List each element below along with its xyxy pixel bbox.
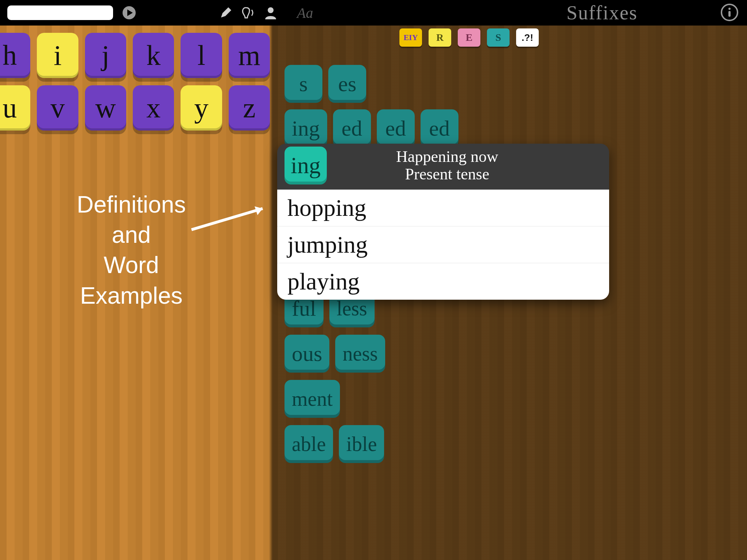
letter-key-w[interactable]: w bbox=[85, 85, 126, 131]
popover-title: Happening now Present tense bbox=[336, 148, 602, 183]
letter-key-k[interactable]: k bbox=[133, 33, 174, 78]
suffix-tile-able[interactable]: able bbox=[285, 425, 333, 463]
letter-key-m[interactable]: m bbox=[229, 33, 270, 78]
chip-r[interactable]: R bbox=[429, 28, 451, 47]
info-icon[interactable] bbox=[721, 4, 738, 21]
play-circle-icon[interactable] bbox=[122, 5, 136, 20]
example-word[interactable]: playing bbox=[277, 263, 609, 300]
letter-key-y[interactable]: y bbox=[181, 85, 222, 131]
annotation-line: Examples bbox=[55, 281, 208, 311]
suffix-tile-ed[interactable]: ed bbox=[421, 109, 458, 147]
ear-sound-icon[interactable] bbox=[241, 5, 255, 20]
example-word[interactable]: jumping bbox=[277, 226, 609, 263]
suffix-tile-ed[interactable]: ed bbox=[333, 109, 371, 147]
annotation-line: and bbox=[55, 220, 208, 250]
popover-line1: Happening now bbox=[336, 148, 558, 166]
annotation-arrow-icon bbox=[190, 204, 274, 233]
svg-point-2 bbox=[268, 7, 274, 13]
suffix-tile-ous[interactable]: ous bbox=[285, 335, 329, 373]
letter-key-l[interactable]: l bbox=[181, 33, 222, 78]
top-toolbar: Aa Suffixes bbox=[0, 0, 747, 26]
chip-e[interactable]: E bbox=[458, 28, 480, 47]
suffix-tile-s[interactable]: s bbox=[285, 65, 322, 103]
popover-line2: Present tense bbox=[336, 166, 558, 183]
filter-chip-row: EIY R E S .?! bbox=[399, 28, 539, 47]
letter-key-u[interactable]: u bbox=[0, 85, 30, 131]
suffix-tile-ible[interactable]: ible bbox=[339, 425, 384, 463]
chip-eiy[interactable]: EIY bbox=[399, 28, 422, 47]
suffix-tile-ment[interactable]: ment bbox=[285, 380, 340, 418]
chip-s[interactable]: S bbox=[487, 28, 510, 47]
suffix-tile-ing[interactable]: ing bbox=[285, 109, 327, 147]
annotation-line: Definitions bbox=[55, 190, 208, 220]
suffix-popover: ing Happening now Present tense hoppingj… bbox=[277, 144, 609, 300]
suffix-tile-es[interactable]: es bbox=[328, 65, 366, 103]
svg-rect-5 bbox=[728, 11, 731, 17]
svg-line-6 bbox=[191, 209, 263, 230]
popover-header: ing Happening now Present tense bbox=[277, 144, 609, 190]
popover-body: hoppingjumpingplaying bbox=[277, 190, 609, 300]
annotation-text: Definitions and Word Examples bbox=[55, 190, 208, 311]
pencil-icon[interactable] bbox=[220, 7, 232, 19]
suffix-tile-ed[interactable]: ed bbox=[377, 109, 415, 147]
letter-key-x[interactable]: x bbox=[133, 85, 174, 131]
user-icon[interactable] bbox=[264, 6, 277, 19]
chip-punctuation[interactable]: .?! bbox=[516, 28, 539, 47]
example-word[interactable]: hopping bbox=[277, 190, 609, 226]
letter-board: hijklm uvwxyz bbox=[0, 26, 270, 131]
search-input[interactable] bbox=[7, 5, 113, 20]
suffix-tile-ness[interactable]: ness bbox=[335, 335, 385, 373]
annotation-line: Word bbox=[55, 250, 208, 280]
letter-key-v[interactable]: v bbox=[37, 85, 78, 131]
font-aa-icon[interactable]: Aa bbox=[297, 4, 313, 22]
popover-tile-ing[interactable]: ing bbox=[285, 147, 327, 184]
page-title: Suffixes bbox=[566, 1, 638, 24]
letter-key-i[interactable]: i bbox=[37, 33, 78, 78]
svg-point-4 bbox=[728, 8, 731, 10]
letter-key-j[interactable]: j bbox=[85, 33, 126, 78]
letter-key-z[interactable]: z bbox=[229, 85, 270, 131]
letter-key-h[interactable]: h bbox=[0, 33, 30, 78]
